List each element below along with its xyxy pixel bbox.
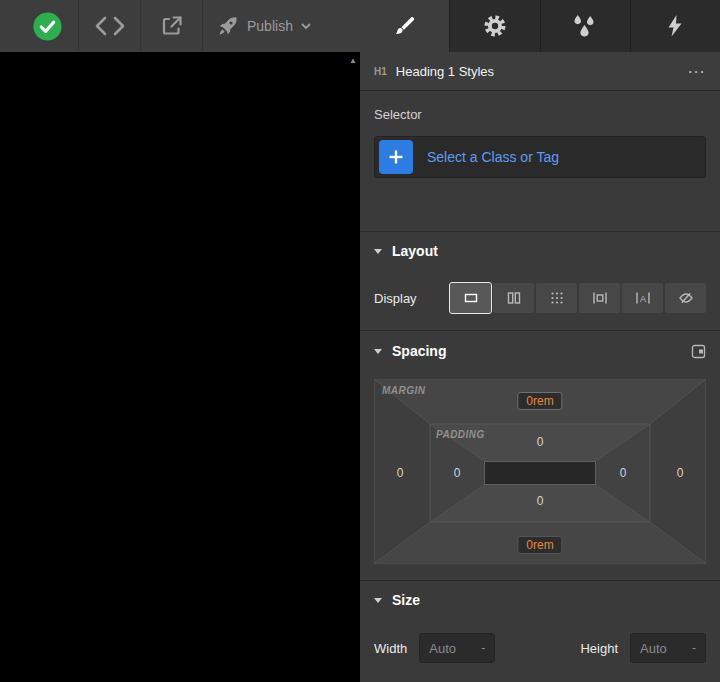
padding-left-value[interactable]: 0 — [454, 466, 461, 480]
width-input[interactable]: Auto - — [419, 633, 495, 663]
display-option-none[interactable] — [665, 283, 706, 313]
element-title: Heading 1 Styles — [396, 64, 494, 79]
code-brackets-icon — [95, 16, 125, 36]
display-setting-row: Display — [360, 270, 720, 331]
scrollbar-up-arrow[interactable]: ▲ — [349, 57, 357, 65]
size-section-title: Size — [392, 592, 420, 608]
selector-label: Selector — [374, 107, 706, 122]
display-inline-block-icon — [592, 290, 608, 306]
svg-text:A: A — [639, 294, 645, 304]
style-panel: H1 Heading 1 Styles ··· Selector Select … — [360, 52, 720, 682]
margin-left-value[interactable]: 0 — [397, 466, 404, 480]
water-drops-icon — [573, 15, 597, 38]
display-grid-icon — [549, 290, 565, 306]
display-option-flex[interactable] — [493, 283, 534, 313]
margin-padding-widget: MARGIN PADDING 0rem 0rem 0 0 0 0 0 0 — [374, 379, 706, 564]
top-bar: Publish — [0, 0, 720, 52]
size-section-header[interactable]: Size — [360, 581, 720, 619]
selector-section: Selector Select a Class or Tag — [360, 91, 720, 190]
height-value[interactable]: Auto — [640, 641, 667, 656]
display-flex-icon — [506, 290, 522, 306]
spacing-section-header[interactable]: Spacing — [360, 331, 720, 371]
height-label: Height — [580, 641, 618, 656]
padding-top-value[interactable]: 0 — [537, 435, 544, 449]
margin-right-value[interactable]: 0 — [677, 466, 684, 480]
selector-placeholder: Select a Class or Tag — [427, 149, 559, 165]
margin-label: MARGIN — [382, 385, 426, 396]
size-setting-row: Width Auto - Height Auto - — [360, 619, 720, 677]
lightning-bolt-icon — [665, 14, 685, 38]
display-options-group: A — [450, 283, 706, 313]
spacing-section: MARGIN PADDING 0rem 0rem 0 0 0 0 0 0 — [360, 371, 720, 581]
layout-section-header[interactable]: Layout — [360, 232, 720, 270]
breadcrumb-menu-button[interactable]: ··· — [689, 64, 707, 79]
width-unit-dropdown[interactable]: - — [481, 641, 485, 655]
tab-settings[interactable] — [449, 0, 539, 52]
class-selector-field[interactable]: Select a Class or Tag — [374, 136, 706, 178]
tab-triggers[interactable] — [630, 0, 720, 52]
selected-element-breadcrumb: H1 Heading 1 Styles ··· — [360, 52, 720, 91]
spacing-section-title: Spacing — [392, 343, 446, 359]
export-share-icon — [160, 14, 184, 38]
caret-down-icon — [374, 249, 382, 254]
rocket-icon — [217, 15, 239, 37]
panel-tab-bar — [360, 0, 720, 52]
spacing-center-box[interactable] — [484, 461, 596, 485]
height-input[interactable]: Auto - — [630, 633, 706, 663]
height-unit-dropdown[interactable]: - — [692, 641, 696, 655]
padding-label: PADDING — [436, 429, 485, 440]
tab-interactions[interactable] — [540, 0, 630, 52]
margin-top-value[interactable]: 0rem — [517, 392, 562, 410]
display-option-inline-block[interactable] — [579, 283, 620, 313]
status-check-button[interactable] — [16, 0, 78, 52]
display-option-inline[interactable]: A — [622, 283, 663, 313]
caret-down-icon — [374, 349, 382, 354]
publish-button[interactable]: Publish — [202, 0, 360, 52]
padding-right-value[interactable]: 0 — [620, 466, 627, 480]
paintbrush-icon — [393, 15, 416, 38]
width-label: Width — [374, 641, 407, 656]
tab-style[interactable] — [360, 0, 449, 52]
selector-section-spacer — [360, 190, 720, 232]
display-block-icon — [463, 290, 479, 306]
layout-section-title: Layout — [392, 243, 438, 259]
display-option-block[interactable] — [450, 283, 491, 313]
padding-bottom-value[interactable]: 0 — [537, 494, 544, 508]
width-value[interactable]: Auto — [429, 641, 456, 656]
display-option-grid[interactable] — [536, 283, 577, 313]
design-canvas[interactable]: ▲ — [0, 52, 360, 682]
margin-bottom-value[interactable]: 0rem — [517, 536, 562, 554]
share-button[interactable] — [140, 0, 202, 52]
caret-down-icon — [374, 598, 382, 603]
gear-icon — [483, 14, 507, 38]
eye-off-icon — [678, 290, 694, 306]
element-tag-badge: H1 — [374, 66, 387, 77]
display-inline-icon: A — [635, 290, 651, 306]
plus-icon — [388, 149, 404, 165]
check-circle-icon — [32, 11, 63, 42]
code-export-button[interactable] — [78, 0, 140, 52]
publish-label: Publish — [247, 18, 293, 34]
toolbar: Publish — [0, 0, 360, 52]
spacing-edit-mode-icon[interactable] — [691, 344, 706, 359]
add-class-button[interactable] — [379, 140, 413, 174]
display-label: Display — [374, 291, 417, 306]
chevron-down-icon — [301, 23, 311, 30]
